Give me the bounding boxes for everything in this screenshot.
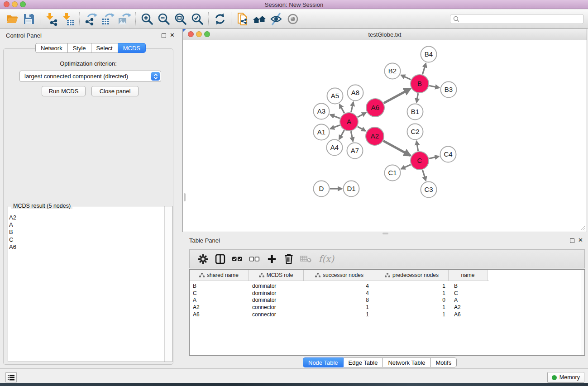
- import-network-button[interactable]: [43, 11, 60, 27]
- task-history-button[interactable]: [5, 372, 17, 382]
- graph-node-label: C2: [411, 128, 419, 135]
- mcds-result-item[interactable]: C: [9, 236, 158, 243]
- mcds-result-item[interactable]: A2: [9, 214, 158, 221]
- tab-motifs[interactable]: Motifs: [431, 357, 457, 367]
- export-network-button[interactable]: [82, 11, 99, 27]
- memory-button[interactable]: Memory: [547, 372, 584, 383]
- columns-icon: [215, 254, 225, 264]
- import-table-button[interactable]: [60, 11, 76, 27]
- table-row[interactable]: Bdominator41B: [190, 282, 584, 290]
- mcds-result-item[interactable]: A: [9, 221, 158, 229]
- tab-node-table[interactable]: Node Table: [303, 357, 344, 367]
- list-icon: [8, 375, 14, 381]
- focus-corner-marker: [183, 29, 186, 32]
- graph-edge-A2-C[interactable]: [383, 141, 410, 155]
- apply-function-button[interactable]: f(x): [315, 251, 338, 267]
- mcds-result-scrollbar[interactable]: [164, 206, 172, 362]
- deselect-all-button[interactable]: [246, 251, 263, 267]
- control-panel-tabs: NetworkStyleSelectMCDS: [35, 43, 146, 53]
- tab-style[interactable]: Style: [68, 43, 91, 53]
- graph-edge-A-A3[interactable]: [330, 114, 340, 118]
- table-row[interactable]: Adominator80A: [190, 297, 584, 304]
- graph-edge-A-A6[interactable]: [358, 113, 366, 117]
- column-header-predecessor-nodes[interactable]: predecessor nodes: [375, 270, 449, 281]
- tab-mcds[interactable]: MCDS: [118, 43, 146, 53]
- table-panel-float-button[interactable]: [570, 238, 574, 243]
- refresh-button[interactable]: [211, 11, 228, 27]
- table-panel-close-button[interactable]: ✕: [578, 238, 583, 243]
- graph-edge-C-C2[interactable]: [416, 141, 418, 151]
- add-column-button[interactable]: [263, 251, 280, 267]
- close-panel-button[interactable]: Close panel: [91, 86, 139, 96]
- export-image-button[interactable]: [116, 11, 133, 27]
- network-canvas[interactable]: B4B2BB3A5A8A6A3B1AC2A1A2A4A7C4CC1DD1C3: [183, 40, 587, 230]
- home-icon: [252, 12, 267, 26]
- optimization-criterion-select[interactable]: largest connected component (directed): [19, 71, 161, 82]
- column-header-name[interactable]: name: [449, 270, 488, 281]
- zoom-fit-icon: [174, 12, 187, 26]
- column-header-shared-name[interactable]: shared name: [190, 270, 249, 281]
- graph-edge-B-B1[interactable]: [416, 93, 418, 102]
- tab-select[interactable]: Select: [91, 43, 118, 53]
- graph-node-label: A2: [371, 132, 379, 140]
- graph-node-label: B1: [411, 108, 419, 115]
- tab-edge-table[interactable]: Edge Table: [344, 357, 383, 367]
- search-input[interactable]: [461, 16, 581, 22]
- graph-edge-B-B2[interactable]: [401, 75, 411, 80]
- graph-edge-A-A5[interactable]: [339, 104, 344, 113]
- vertical-scrollbar-handle[interactable]: [184, 193, 186, 201]
- zoom-fit-button[interactable]: [172, 11, 189, 27]
- table-row[interactable]: A2connector11A2: [190, 304, 584, 311]
- delete-column-button[interactable]: [280, 251, 297, 267]
- run-mcds-button[interactable]: Run MCDS: [42, 86, 86, 96]
- optimization-criterion-label: Optimization criterion:: [3, 60, 173, 67]
- resize-grip[interactable]: [580, 225, 586, 231]
- open-file-button[interactable]: [4, 11, 20, 27]
- select-all-button[interactable]: [229, 251, 246, 267]
- app-title: Session: New Session: [0, 1, 588, 8]
- table-scrollbar[interactable]: [581, 270, 584, 355]
- home-button[interactable]: [251, 11, 268, 27]
- graph-edge-A-A1[interactable]: [330, 125, 340, 129]
- zoom-selected-button[interactable]: [189, 11, 206, 27]
- tab-network-table[interactable]: Network Table: [383, 357, 430, 367]
- mcds-result-item[interactable]: A6: [9, 243, 158, 251]
- horizontal-scrollbar-handle[interactable]: [382, 233, 388, 234]
- control-panel-close-button[interactable]: ✕: [170, 33, 175, 38]
- graph-edge-B-B3[interactable]: [429, 86, 439, 88]
- show-columns-button[interactable]: [211, 251, 229, 267]
- graph-edge-C-C4[interactable]: [429, 157, 439, 159]
- search-box: [450, 14, 584, 24]
- delete-table-button[interactable]: [297, 251, 315, 267]
- column-header-MCDS-role[interactable]: MCDS role: [249, 270, 304, 281]
- column-header-successor-nodes[interactable]: successor nodes: [304, 270, 375, 281]
- new-session-button[interactable]: [234, 11, 251, 27]
- graph-edge-C-C3[interactable]: [422, 170, 425, 181]
- hide-style-button[interactable]: [268, 11, 284, 27]
- network-window-title: testGlobe.txt: [183, 31, 587, 38]
- zoom-in-button[interactable]: [139, 11, 155, 27]
- show-eye-button[interactable]: [284, 11, 301, 27]
- table-row[interactable]: Cdominator41C: [190, 290, 584, 297]
- save-session-button[interactable]: [20, 11, 37, 27]
- graph-edge-B-B4[interactable]: [422, 63, 426, 74]
- tab-network[interactable]: Network: [35, 43, 68, 53]
- graph-edge-A6-B[interactable]: [384, 89, 410, 103]
- memory-label: Memory: [559, 374, 580, 381]
- zoom-out-button[interactable]: [155, 11, 172, 27]
- table-settings-button[interactable]: [194, 251, 211, 267]
- new-session-icon: [236, 12, 249, 26]
- graph-edge-A-A7[interactable]: [351, 131, 353, 141]
- graph-edge-A-A4[interactable]: [339, 130, 344, 139]
- table-cell: 1: [304, 311, 375, 318]
- table-cell: A6: [449, 311, 488, 318]
- mcds-result-item[interactable]: B: [9, 229, 158, 236]
- table-row[interactable]: A6connector11A6: [190, 311, 584, 318]
- control-panel-float-button[interactable]: [162, 33, 166, 38]
- export-table-button[interactable]: [99, 11, 116, 27]
- graph-edge-C-C1[interactable]: [401, 165, 411, 169]
- table-panel-title: Table Panel: [189, 237, 220, 244]
- graph-edge-A-A8[interactable]: [351, 102, 354, 112]
- graph-node-label: C1: [388, 169, 397, 176]
- graph-edge-A-A2[interactable]: [358, 127, 366, 131]
